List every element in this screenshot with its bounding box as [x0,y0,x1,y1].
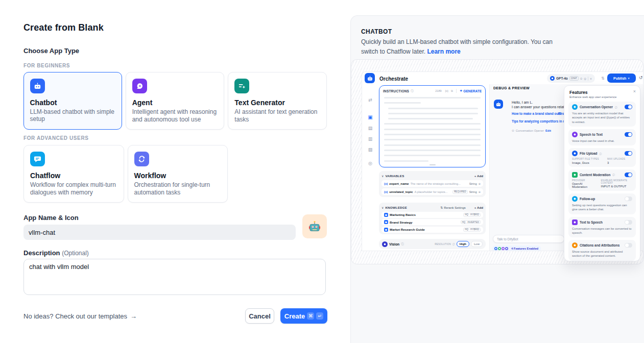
mic-icon: ⊙ [580,77,583,80]
rerank-icon: ⇅ [440,206,443,209]
skeleton-line [388,118,473,119]
close-icon[interactable]: × [633,89,636,94]
text-to-speech-toggle[interactable] [625,220,632,225]
chevron-down-icon: ∨ [628,77,630,80]
knowledge-panel: ∨ KNOWLEDGE ⇅ Rerank Settings + Add Mark… [379,203,486,234]
knowledge-row[interactable]: Marketing Basics HQ · HYBRID [381,212,483,218]
file-upload-icon [572,151,578,156]
templates-link[interactable]: No ideas? Check out our templates → [23,312,137,320]
publish-button[interactable]: Publish ∨ [607,74,636,83]
for-advanced-users-label: FOR ADVANCED USERS [23,135,88,141]
app-type-name: Chatbot [30,99,116,107]
feature-card-text-to-speech: Text to Speech Conversation messages can… [568,217,636,238]
variable-row[interactable]: {x} expert_name The name of the strategi… [381,180,483,187]
arrow-right-icon: → [130,312,137,320]
dataset-icon [384,228,388,232]
skeleton-line [384,102,421,104]
create-button[interactable]: Create ⌘ ↵ [280,308,327,324]
sidebar-image-icon[interactable]: ▤ [368,126,373,131]
skeleton-line [384,97,481,99]
opener-mark-icon: ⊙ [512,129,514,132]
cancel-button[interactable]: Cancel [245,308,274,324]
divider [588,77,588,81]
feature-card-file-upload: File Upload ⓘ SUPPORT FILE TYPESImage, D… [568,148,636,167]
generate-button[interactable]: ✦ GENERATE [460,89,482,93]
app-type-card-workflow[interactable]: Workflow Orchestration for single-turn a… [128,145,228,203]
app-type-desc: Workflow for complex multi-turn dialogue… [30,181,117,196]
add-knowledge-button[interactable]: + Add [474,206,483,209]
vision-label: Vision [389,242,399,246]
vision-mini-icon: ◎ [584,77,586,80]
mock-sidebar: ⇄ ▣ ▤ ▥ ▨ ◎ [365,97,375,166]
add-variable-button[interactable]: + Add [474,174,483,178]
features-title: Features [564,86,640,95]
resolution-low-option[interactable]: Low [471,241,483,247]
shuffle-icon[interactable]: ⇄ [368,97,372,103]
feature-card-citations: Citations and Attributions Show source d… [568,240,636,261]
resize-handle[interactable] [430,164,436,166]
suggested-question-cut[interactable]: Bes [558,112,564,115]
copy-icon[interactable]: ⧉ [451,89,453,93]
history-icon[interactable]: ↺ [639,75,643,80]
description-textarea[interactable]: chat with vllm model [23,259,326,295]
debug-preview-title: DEBUG & PREVIEW [493,86,530,90]
content-moderation-toggle[interactable] [625,173,632,177]
workflow-icon [134,152,149,166]
info-icon: ⓘ [599,152,602,155]
model-selector[interactable]: GPT-4o CHAT ⊙ ◎ ∨ [547,74,595,83]
edit-opener-button[interactable]: Edit [545,129,551,132]
app-type-name: Workflow [134,172,222,180]
app-type-name: Text Generator [234,99,320,107]
collapse-icon[interactable]: ∨ [381,206,384,209]
text-to-speech-icon [572,219,578,225]
feature-card-conversation-opener: Conversation Opener ⓘ You are an entity … [568,102,636,127]
app-type-desc: Orchestration for single-turn automation… [134,181,222,196]
choose-app-type-heading: Choose App Type [23,47,79,55]
learn-more-link[interactable]: Learn more [427,48,460,55]
instructions-panel: INSTRUCTIONS ⓘ 2189 {x} ⧉ ✦ GENERATE [379,85,486,167]
conversation-opener-toggle[interactable] [625,105,632,109]
collapse-icon[interactable]: ∨ [381,174,384,178]
app-name-input[interactable] [23,225,296,240]
instructions-title: INSTRUCTIONS [383,89,409,93]
sidebar-note-icon[interactable]: ▨ [368,147,373,152]
token-count: 2189 [435,89,441,92]
variables-token-icon[interactable]: {x} [445,89,448,92]
app-type-desc: AI assistant for text generation tasks [234,108,320,123]
skeleton-line [388,108,478,109]
info-icon: ⓘ [401,242,404,246]
skeleton-line [384,139,481,140]
sidebar-doc-icon[interactable]: ▥ [368,136,373,141]
follow-up-toggle[interactable] [625,197,632,201]
app-type-card-text-generator[interactable]: Text Generator AI assistant for text gen… [228,72,327,130]
sidebar-globe-icon[interactable]: ◎ [368,161,372,166]
app-type-card-chatbot[interactable]: Chatbot LLM-based chatbot with simple se… [23,72,122,130]
knowledge-row[interactable]: Brand Strategy HQ · INVERTED [381,219,483,225]
app-icon-picker[interactable] [302,214,327,238]
knowledge-row[interactable]: Market Research Guide HQ · HYBRID [381,227,483,233]
rerank-settings-button[interactable]: ⇅ Rerank Settings [440,206,466,209]
enter-key-icon: ↵ [316,312,323,320]
app-type-info-panel: CHATBOT Quickly build an LLM-based chatb… [350,15,644,343]
app-type-card-chatflow[interactable]: Chatflow Workflow for complex multi-turn… [23,145,124,203]
instructions-skeleton [379,95,485,162]
app-type-card-agent[interactable]: Agent Intelligent agent with reasoning a… [126,72,225,130]
file-upload-toggle[interactable] [625,151,632,156]
info-description: Quickly build an LLM-based chatbot with … [361,37,556,56]
suggested-question[interactable]: How to make a brand stand out? [512,112,561,115]
chatbot-preview-image: Orchestrate GPT-4o CHAT ⊙ ◎ ∨ ⇅ Publish … [351,59,643,264]
chat-input[interactable]: Talk to DifyBot [493,235,564,243]
info-icon: ⓘ [411,89,414,93]
feature-card-content-moderation: Content Moderation ⓘ PROVIDEROpenAI Mode… [568,169,636,191]
speech-to-text-toggle[interactable] [625,132,632,137]
citations-toggle[interactable] [625,243,632,248]
resolution-high-option[interactable]: High [457,241,469,247]
create-app-modal: Create from Blank Choose App Type FOR BE… [0,0,644,343]
feature-card-speech-to-text: Speech to Text Voice input can be used i… [568,129,636,145]
bot-avatar [494,100,503,109]
variable-row[interactable]: {x} unrelated_topic A placeholder for to… [381,188,483,195]
sparkle-icon: ✦ [460,89,462,93]
features-enabled-badge[interactable]: 4 Features Enabled [492,246,541,251]
sidebar-orchestrate-icon[interactable]: ▣ [368,114,372,120]
params-sliders-icon[interactable]: ⇅ [601,76,605,81]
